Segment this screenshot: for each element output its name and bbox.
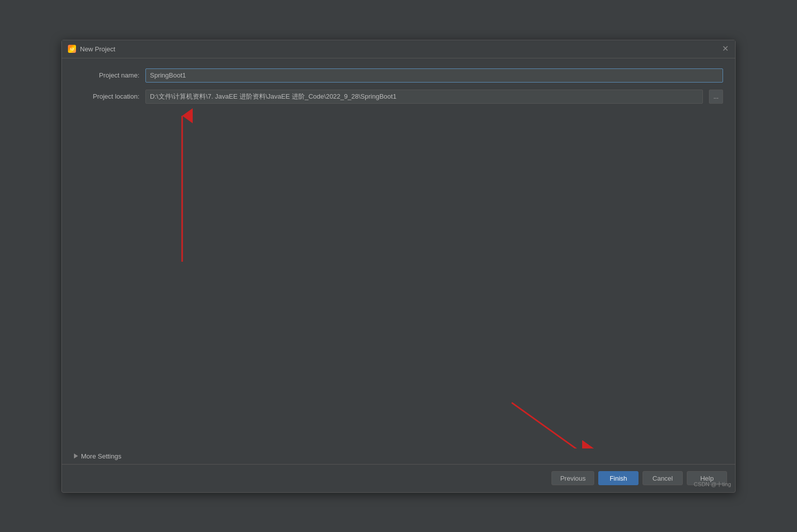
annotation-arrows [74,111,723,438]
more-settings-toggle[interactable]: More Settings [74,452,121,460]
watermark: CSDN @十ting [694,481,731,488]
close-button[interactable]: ✕ [721,45,729,53]
title-bar: IJ New Project ✕ [62,40,735,58]
project-name-row: Project name: [74,68,723,83]
dialog-body: Project name: Project location: ... [62,58,735,448]
intellij-logo-icon: IJ [68,45,76,53]
more-settings-label: More Settings [81,452,121,460]
project-name-label: Project name: [74,71,139,79]
dialog-footer: Previous Finish Cancel Help [62,464,735,492]
previous-button[interactable]: Previous [551,471,594,485]
content-area [74,111,723,438]
project-location-row: Project location: ... [74,90,723,104]
title-bar-left: IJ New Project [68,45,115,53]
new-project-dialog: IJ New Project ✕ Project name: Project l… [61,40,736,493]
browse-button[interactable]: ... [709,90,723,104]
expand-icon [74,453,78,459]
dialog-title: New Project [80,45,115,53]
more-settings-section: More Settings [62,448,735,464]
project-name-input[interactable] [145,68,723,83]
project-location-label: Project location: [74,93,139,100]
cancel-button[interactable]: Cancel [643,471,683,485]
project-location-input[interactable] [145,90,703,104]
finish-button[interactable]: Finish [598,471,639,485]
svg-line-3 [512,403,582,448]
